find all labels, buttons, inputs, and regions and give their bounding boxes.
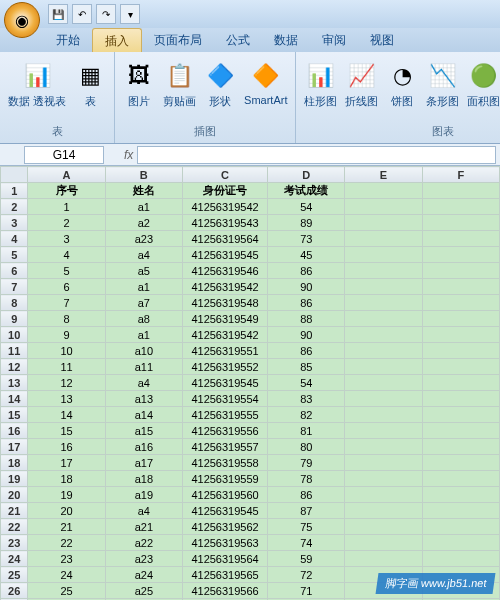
cell[interactable]: 24 [28,567,105,583]
cell[interactable]: 41256319543 [182,215,267,231]
cell[interactable]: a25 [105,583,182,599]
cell[interactable]: 14 [28,407,105,423]
cell[interactable] [345,503,422,519]
cell[interactable]: 12 [28,375,105,391]
col-header-A[interactable]: A [28,167,105,183]
cell-header[interactable]: 考试成绩 [268,183,345,199]
cell[interactable]: a23 [105,231,182,247]
tab-插入[interactable]: 插入 [92,28,142,52]
row-header-23[interactable]: 23 [1,535,28,551]
row-header-14[interactable]: 14 [1,391,28,407]
cell[interactable]: 81 [268,423,345,439]
cell[interactable]: 41256319551 [182,343,267,359]
cell[interactable]: 85 [268,359,345,375]
cell[interactable]: 90 [268,279,345,295]
ribbon-btn-形状[interactable]: 🔷形状 [202,58,238,111]
cell[interactable]: a2 [105,215,182,231]
cell[interactable] [345,535,422,551]
tab-数据[interactable]: 数据 [262,28,310,52]
cell[interactable] [422,471,499,487]
cell[interactable]: 54 [268,375,345,391]
cell[interactable]: 41256319565 [182,567,267,583]
ribbon-btn-折线图[interactable]: 📈折线图 [343,58,380,111]
cell[interactable]: 2 [28,215,105,231]
cell[interactable] [345,551,422,567]
row-header-9[interactable]: 9 [1,311,28,327]
cell[interactable] [422,183,499,199]
cell[interactable]: 41256319552 [182,359,267,375]
cell[interactable]: 73 [268,231,345,247]
ribbon-btn-表[interactable]: ▦表 [72,58,108,111]
cell[interactable]: 41256319549 [182,311,267,327]
row-header-7[interactable]: 7 [1,279,28,295]
cell[interactable]: 11 [28,359,105,375]
cell[interactable] [422,535,499,551]
tab-审阅[interactable]: 审阅 [310,28,358,52]
cell[interactable]: a19 [105,487,182,503]
cell[interactable] [345,231,422,247]
cell[interactable]: a4 [105,247,182,263]
cell[interactable]: a24 [105,567,182,583]
row-header-19[interactable]: 19 [1,471,28,487]
cell[interactable] [422,295,499,311]
row-header-24[interactable]: 24 [1,551,28,567]
ribbon-btn-数据透视表[interactable]: 📊数据 透视表 [6,58,68,111]
cell[interactable]: a11 [105,359,182,375]
cell[interactable]: 9 [28,327,105,343]
tab-页面布局[interactable]: 页面布局 [142,28,214,52]
cell[interactable]: a21 [105,519,182,535]
cell[interactable] [422,455,499,471]
tab-公式[interactable]: 公式 [214,28,262,52]
cell[interactable]: a7 [105,295,182,311]
cell[interactable]: a17 [105,455,182,471]
undo-icon[interactable]: ↶ [72,4,92,24]
cell[interactable]: a1 [105,327,182,343]
row-header-13[interactable]: 13 [1,375,28,391]
cell[interactable]: 41256319545 [182,375,267,391]
row-header-4[interactable]: 4 [1,231,28,247]
row-header-8[interactable]: 8 [1,295,28,311]
cell[interactable] [422,391,499,407]
row-header-2[interactable]: 2 [1,199,28,215]
cell-header[interactable]: 身份证号 [182,183,267,199]
cell[interactable] [345,359,422,375]
cell[interactable] [422,359,499,375]
cell[interactable]: a10 [105,343,182,359]
cell[interactable] [422,375,499,391]
cell[interactable]: 41256319560 [182,487,267,503]
cell[interactable]: a13 [105,391,182,407]
cell[interactable]: 41256319563 [182,535,267,551]
cell[interactable]: 1 [28,199,105,215]
cell[interactable]: 59 [268,551,345,567]
cell[interactable]: 17 [28,455,105,471]
cell[interactable] [345,295,422,311]
cell[interactable] [422,503,499,519]
cell[interactable]: 86 [268,295,345,311]
cell[interactable]: 86 [268,343,345,359]
cell[interactable]: a5 [105,263,182,279]
cell[interactable]: 41256319564 [182,231,267,247]
cell[interactable]: 41256319542 [182,199,267,215]
col-header-D[interactable]: D [268,167,345,183]
cell[interactable]: 89 [268,215,345,231]
cell[interactable]: 6 [28,279,105,295]
row-header-18[interactable]: 18 [1,455,28,471]
row-header-21[interactable]: 21 [1,503,28,519]
col-header-B[interactable]: B [105,167,182,183]
cell[interactable] [345,215,422,231]
save-icon[interactable]: 💾 [48,4,68,24]
cell[interactable] [345,279,422,295]
cell[interactable]: a1 [105,199,182,215]
cell[interactable]: a4 [105,503,182,519]
cell[interactable]: 41256319554 [182,391,267,407]
row-header-25[interactable]: 25 [1,567,28,583]
cell[interactable]: 13 [28,391,105,407]
row-header-3[interactable]: 3 [1,215,28,231]
cell[interactable]: 41256319562 [182,519,267,535]
row-header-26[interactable]: 26 [1,583,28,599]
ribbon-btn-柱形图[interactable]: 📊柱形图 [302,58,339,111]
cell[interactable] [345,327,422,343]
cell[interactable]: 87 [268,503,345,519]
row-header-17[interactable]: 17 [1,439,28,455]
cell[interactable]: 78 [268,471,345,487]
